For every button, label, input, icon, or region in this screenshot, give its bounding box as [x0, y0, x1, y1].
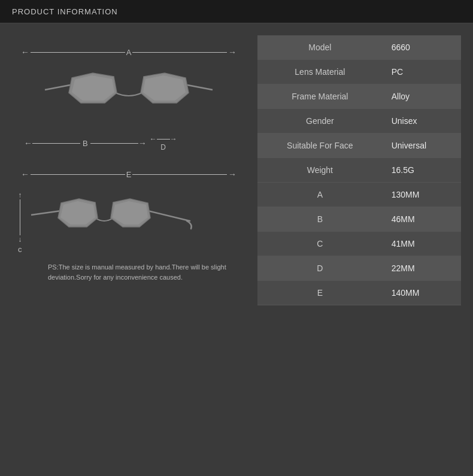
arrow-left-a: ← — [21, 47, 29, 57]
label-c: c — [18, 245, 22, 254]
svg-line-0 — [45, 85, 70, 90]
page-title: PRODUCT INFORMATION — [12, 7, 118, 16]
spec-label: Weight — [257, 158, 383, 183]
right-panel: Model6660Lens MaterialPCFrame MaterialAl… — [257, 35, 461, 465]
label-e: E — [126, 170, 132, 179]
svg-line-6 — [31, 211, 61, 215]
spec-label: Model — [257, 35, 383, 60]
svg-line-1 — [187, 85, 213, 90]
glasses-front-view — [18, 60, 239, 132]
ps-note: PS:The size is manual measured by hand.T… — [18, 262, 239, 282]
arrow-left-b: ← — [24, 138, 32, 148]
line-b — [32, 143, 80, 144]
dimension-bd-area: ← B → ← → D — [24, 135, 239, 151]
line-a2 — [132, 52, 227, 53]
line-e — [31, 174, 125, 175]
label-b: B — [83, 139, 88, 148]
svg-marker-5 — [143, 75, 186, 101]
d-bracket: ← → — [150, 135, 177, 143]
label-d: D — [160, 143, 166, 151]
dimension-a-line: ← A → — [18, 47, 239, 57]
spec-value: 140MM — [383, 281, 461, 305]
spec-label: Frame Material — [257, 84, 383, 109]
spec-label: Suitable For Face — [257, 134, 383, 158]
arrow-left-e: ← — [21, 169, 29, 179]
spec-label: D — [257, 256, 383, 281]
arrow-right-e: → — [228, 169, 236, 179]
line-a — [31, 52, 125, 53]
arrow-right-a: → — [228, 47, 236, 57]
spec-label: E — [257, 281, 383, 305]
main-content: ← A → — [0, 23, 473, 476]
spec-value: 16.5G — [383, 158, 461, 183]
glasses-side-view — [28, 188, 196, 256]
spec-value: 41MM — [383, 232, 461, 256]
spec-value: PC — [383, 60, 461, 84]
top-diagram: ← A → — [18, 47, 239, 151]
page-header: PRODUCT INFORMATION — [0, 0, 473, 23]
line-b2 — [90, 143, 138, 144]
dimension-d-area: ← → D — [150, 135, 177, 151]
spec-label: C — [257, 232, 383, 256]
line-c — [20, 199, 20, 235]
spec-label: A — [257, 183, 383, 207]
svg-marker-3 — [72, 75, 114, 101]
dimension-c-area: ↑ ↓ c — [18, 191, 22, 254]
spec-value: Alloy — [383, 84, 461, 109]
spec-label: Gender — [257, 109, 383, 134]
label-a: A — [126, 48, 132, 57]
svg-line-7 — [148, 211, 190, 221]
dimension-e-line: ← E → — [18, 169, 239, 179]
spec-value: 46MM — [383, 207, 461, 232]
spec-value: Universal — [383, 134, 461, 158]
arrow-right-b: → — [138, 138, 147, 148]
spec-value: Unisex — [383, 109, 461, 134]
spec-value: 22MM — [383, 256, 461, 281]
spec-table: Model6660Lens MaterialPCFrame MaterialAl… — [257, 35, 461, 305]
bottom-section: ↑ ↓ c — [18, 188, 239, 256]
left-panel: ← A → — [12, 35, 245, 465]
spec-value: 6660 — [383, 35, 461, 60]
spec-label: B — [257, 207, 383, 232]
line-e2 — [132, 174, 227, 175]
spec-value: 130MM — [383, 183, 461, 207]
spec-label: Lens Material — [257, 60, 383, 84]
